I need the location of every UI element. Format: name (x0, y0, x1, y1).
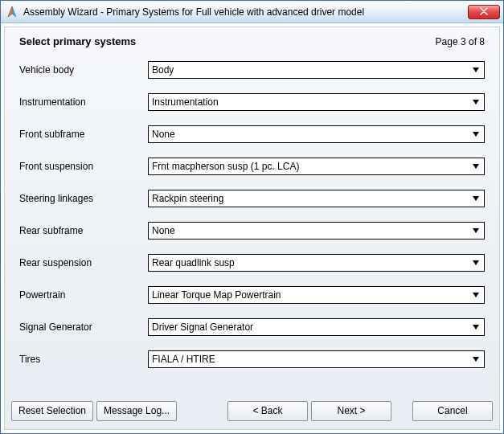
label-signal-generator: Signal Generator (19, 321, 148, 333)
label-vehicle-body: Vehicle body (19, 64, 148, 76)
dropdown-instrumentation[interactable]: Instrumentation (148, 93, 485, 111)
label-tires: Tires (19, 354, 148, 365)
chevron-down-icon (469, 256, 482, 269)
cancel-button[interactable]: Cancel (412, 401, 493, 421)
dropdown-value: Body (152, 64, 174, 76)
row-rear-subframe: Rear subframe None (19, 215, 485, 247)
chevron-down-icon (469, 160, 482, 173)
heading-row: Select primary systems Page 3 of 8 (5, 27, 499, 51)
dropdown-value: None (152, 225, 175, 236)
dropdown-value: Instrumentation (152, 96, 219, 108)
dropdown-value: Rackpin steering (152, 193, 223, 204)
label-instrumentation: Instrumentation (19, 96, 148, 108)
chevron-down-icon (469, 321, 482, 334)
dropdown-value: Driver Signal Generator (152, 321, 253, 333)
message-log-button[interactable]: Message Log... (96, 401, 177, 421)
button-row: Reset Selection Message Log... < Back Ne… (5, 394, 499, 429)
dropdown-tires[interactable]: FIALA / HTIRE (148, 350, 485, 368)
chevron-down-icon (469, 96, 482, 108)
dropdown-value: Linear Torque Map Powertrain (152, 289, 281, 301)
chevron-down-icon (469, 289, 482, 301)
label-rear-suspension: Rear suspension (19, 257, 148, 268)
dropdown-value: Frnt macpherson susp (1 pc. LCA) (152, 161, 299, 172)
next-button[interactable]: Next > (311, 401, 391, 421)
back-button[interactable]: < Back (227, 401, 308, 421)
row-front-subframe: Front subframe None (19, 118, 485, 150)
row-steering-linkages: Steering linkages Rackpin steering (19, 182, 485, 215)
dropdown-value: None (152, 129, 175, 140)
row-rear-suspension: Rear suspension Rear quadlink susp (19, 247, 485, 279)
chevron-down-icon (469, 353, 482, 366)
label-rear-subframe: Rear subframe (19, 225, 148, 236)
dropdown-vehicle-body[interactable]: Body (148, 61, 485, 79)
chevron-down-icon (469, 224, 482, 237)
titlebar: Assembly Wizard - Primary Systems for Fu… (1, 1, 503, 23)
dropdown-powertrain[interactable]: Linear Torque Map Powertrain (148, 286, 485, 304)
dropdown-value: FIALA / HTIRE (152, 354, 215, 365)
chevron-down-icon (469, 192, 482, 205)
dropdown-front-suspension[interactable]: Frnt macpherson susp (1 pc. LCA) (148, 158, 485, 175)
label-steering-linkages: Steering linkages (19, 193, 148, 204)
reset-selection-button[interactable]: Reset Selection (11, 401, 93, 421)
label-front-suspension: Front suspension (19, 161, 148, 172)
label-powertrain: Powertrain (19, 289, 148, 301)
window-title: Assembly Wizard - Primary Systems for Fu… (23, 6, 463, 18)
page-heading: Select primary systems (19, 35, 136, 47)
label-front-subframe: Front subframe (19, 129, 148, 140)
close-button[interactable] (468, 5, 500, 19)
dropdown-rear-subframe[interactable]: None (148, 222, 485, 240)
row-instrumentation: Instrumentation Instrumentation (19, 86, 485, 118)
row-vehicle-body: Vehicle body Body (19, 54, 485, 86)
dropdown-steering-linkages[interactable]: Rackpin steering (148, 190, 485, 207)
row-signal-generator: Signal Generator Driver Signal Generator (19, 311, 485, 343)
close-icon (480, 6, 488, 18)
row-powertrain: Powertrain Linear Torque Map Powertrain (19, 279, 485, 311)
page-indicator: Page 3 of 8 (436, 36, 485, 47)
dropdown-rear-suspension[interactable]: Rear quadlink susp (148, 254, 485, 272)
chevron-down-icon (469, 63, 482, 76)
dropdown-value: Rear quadlink susp (152, 257, 235, 268)
dropdown-front-subframe[interactable]: None (148, 125, 485, 143)
form-area: Vehicle body Body Instrumentation Instru… (5, 51, 499, 394)
chevron-down-icon (469, 128, 482, 141)
row-tires: Tires FIALA / HTIRE (19, 343, 485, 375)
row-front-suspension: Front suspension Frnt macpherson susp (1… (19, 150, 485, 182)
dropdown-signal-generator[interactable]: Driver Signal Generator (148, 318, 485, 336)
app-icon (6, 6, 18, 18)
content-panel: Select primary systems Page 3 of 8 Vehic… (4, 27, 500, 430)
wizard-window: Assembly Wizard - Primary Systems for Fu… (0, 0, 504, 434)
